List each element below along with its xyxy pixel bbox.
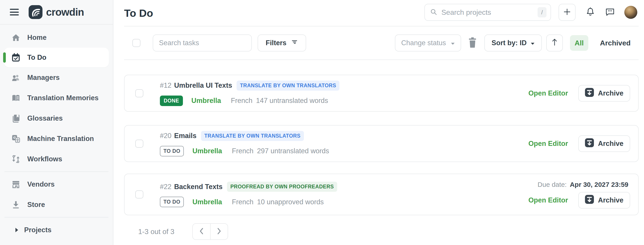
task-title[interactable]: Emails (174, 132, 196, 140)
sidebar-item-store[interactable]: Store (0, 194, 113, 215)
messages-button[interactable] (605, 7, 615, 18)
task-checkbox[interactable] (135, 140, 143, 148)
workflows-icon (11, 154, 20, 164)
chat-icon (605, 7, 615, 18)
task-card-body: #12 Umbrella UI Texts TRANSLATE BY OWN T… (160, 81, 340, 106)
caret-right-icon (14, 227, 20, 233)
task-actions: Open Editor Archive (528, 135, 630, 152)
archive-button-label: Archive (598, 89, 624, 97)
task-checkbox[interactable] (135, 190, 143, 198)
hamburger-menu-icon[interactable] (10, 9, 19, 16)
project-link[interactable]: Umbrella (192, 147, 222, 155)
plus-icon (563, 8, 571, 17)
task-title[interactable]: Backend Texts (174, 183, 223, 191)
translation-memories-icon (11, 93, 20, 103)
archive-button[interactable]: Archive (578, 85, 630, 102)
workflow-step-badge: PROOFREAD BY OWN PROOFREADERS (227, 182, 337, 192)
task-words: 10 unapproved words (257, 198, 324, 206)
change-status-dropdown[interactable]: Change status (395, 35, 461, 52)
filters-button-label: Filters (266, 39, 286, 47)
sidebar-item-translation-memories[interactable]: Translation Memories (0, 88, 113, 108)
project-link[interactable]: Umbrella (192, 97, 221, 105)
managers-icon (11, 73, 20, 82)
task-language: French (232, 147, 253, 155)
sidebar-item-vendors[interactable]: Vendors (0, 174, 113, 194)
project-search[interactable]: / (424, 4, 551, 21)
sidebar-item-label: Workflows (27, 155, 62, 163)
task-card: #22 Backend Texts PROOFREAD BY OWN PROOF… (124, 174, 639, 215)
header-actions: / (424, 4, 637, 21)
task-title[interactable]: Umbrella UI Texts (174, 81, 232, 90)
tab-archived[interactable]: Archived (600, 39, 630, 47)
sidebar-header: crowdin (0, 0, 113, 25)
search-tasks-input[interactable] (159, 39, 246, 47)
archive-icon (585, 138, 594, 149)
chevron-down-icon (531, 39, 535, 47)
workflow-step-badge: TRANSLATE BY OWN TRANSLATORS (236, 81, 340, 91)
vendors-icon (11, 180, 20, 189)
tasks-toolbar: Filters Change status (124, 26, 639, 60)
avatar[interactable] (624, 6, 637, 19)
prev-page-button[interactable] (193, 224, 210, 239)
chevron-left-icon (199, 227, 204, 235)
task-checkbox[interactable] (135, 89, 143, 97)
task-search[interactable] (153, 35, 252, 52)
delete-tasks-button[interactable] (468, 37, 477, 49)
sort-dropdown[interactable]: Sort by: ID (484, 35, 542, 52)
sidebar-menu: Home To Do (0, 25, 113, 240)
sidebar-item-label: Translation Memories (27, 94, 98, 102)
slash-shortcut-badge: / (538, 7, 546, 18)
status-badge: DONE (160, 96, 183, 106)
sidebar-item-label: Store (27, 201, 45, 209)
tab-all[interactable]: All (570, 35, 588, 51)
task-id: #20 (160, 132, 172, 140)
archive-button-label: Archive (598, 196, 624, 204)
sidebar-item-label: To Do (27, 54, 46, 62)
task-list: #12 Umbrella UI Texts TRANSLATE BY OWN T… (124, 60, 639, 215)
pagination-summary: 1-3 out of 3 (138, 227, 174, 236)
open-editor-link[interactable]: Open Editor (528, 196, 568, 204)
sidebar-item-glossaries[interactable]: Glossaries (0, 108, 113, 128)
create-project-button[interactable] (558, 4, 576, 21)
task-language: French (231, 97, 252, 105)
select-all-checkbox[interactable] (132, 39, 140, 47)
brand-name: crowdin (46, 6, 84, 18)
active-indicator (3, 52, 6, 63)
sidebar-item-managers[interactable]: Managers (0, 67, 113, 88)
sidebar-item-todo[interactable]: To Do (4, 48, 109, 67)
todo-calendar-icon (11, 53, 20, 62)
pagination: 1-3 out of 3 (124, 223, 639, 240)
sidebar-item-projects[interactable]: Projects (0, 220, 113, 240)
sidebar-item-machine-translation[interactable]: G Machine Translation (0, 128, 113, 149)
crowdin-logo[interactable]: crowdin (28, 5, 84, 19)
toolbar-right-group: Change status Sort by: ID (395, 35, 639, 52)
archive-button-label: Archive (598, 140, 624, 148)
app-window: crowdin Home (0, 0, 644, 245)
search-projects-input[interactable] (442, 8, 538, 17)
filters-button[interactable]: Filters (258, 35, 306, 52)
sidebar-item-home[interactable]: Home (0, 27, 113, 48)
sidebar-item-label: Glossaries (27, 114, 63, 122)
sidebar-divider (4, 171, 108, 172)
task-id: #22 (160, 183, 172, 191)
sidebar-divider (4, 217, 108, 217)
open-editor-link[interactable]: Open Editor (528, 140, 568, 148)
due-date: Due date: Apr 30, 2027 23:59 (538, 181, 628, 188)
filter-icon (291, 39, 298, 48)
sidebar-item-label: Projects (24, 226, 52, 234)
sort-direction-button[interactable] (546, 35, 563, 52)
sort-label: Sort by: ID (492, 39, 526, 47)
project-link[interactable]: Umbrella (192, 198, 222, 206)
task-card: #12 Umbrella UI Texts TRANSLATE BY OWN T… (124, 75, 639, 112)
task-actions: Due date: Apr 30, 2027 23:59 Open Editor (528, 181, 630, 208)
notifications-button[interactable] (586, 7, 595, 18)
home-icon (11, 33, 20, 42)
archive-button[interactable]: Archive (578, 192, 630, 208)
sidebar-item-label: Machine Translation (27, 135, 94, 143)
chevron-right-icon (217, 227, 222, 235)
open-editor-link[interactable]: Open Editor (528, 89, 568, 97)
sidebar-item-workflows[interactable]: Workflows (0, 149, 113, 169)
main-content: To Do / (113, 0, 644, 245)
next-page-button[interactable] (210, 224, 228, 239)
archive-button[interactable]: Archive (578, 135, 630, 152)
